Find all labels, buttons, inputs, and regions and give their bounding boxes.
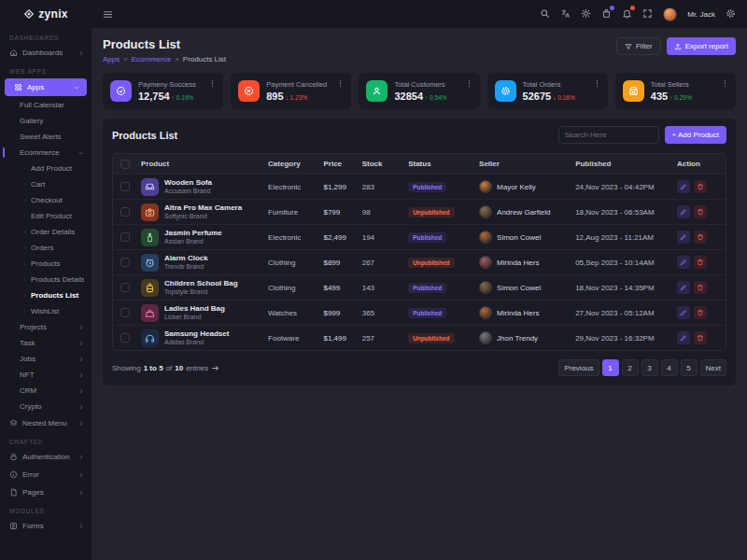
sidebar-item-jobs[interactable]: Jobs	[0, 351, 92, 367]
sidebar-item-products[interactable]: ○Products	[0, 256, 92, 272]
edit-button[interactable]	[677, 231, 690, 244]
sidebar-item-crypto[interactable]: Crypto	[0, 399, 92, 414]
showing-entries: Showing 1 to 5 of 10 entries	[112, 364, 219, 372]
product-brand: Softynic Brand	[164, 213, 242, 221]
delete-button[interactable]	[694, 281, 707, 294]
sidebar-item-cart[interactable]: ○Cart	[0, 176, 92, 192]
sidebar-item-edit-product[interactable]: ○Edit Product	[0, 208, 92, 224]
pagination-next[interactable]: Next	[700, 359, 726, 376]
seller-name: Jhon Trendy	[497, 334, 538, 343]
seller-name: Simon Cowel	[497, 284, 541, 292]
sidebar-item-forms[interactable]: Forms	[0, 517, 92, 535]
column-header-seller: Seller	[475, 160, 571, 168]
edit-button[interactable]	[677, 331, 690, 344]
sidebar-item-products-list[interactable]: ○Products List	[0, 287, 92, 303]
brand-logo[interactable]: zynix	[0, 0, 92, 28]
fullscreen-icon[interactable]	[642, 8, 653, 21]
pagination-page-3[interactable]: 3	[641, 359, 658, 376]
sidebar-item-nested-menu[interactable]: Nested Menu	[0, 414, 92, 432]
sidebar-item-label: Add Product	[31, 164, 84, 173]
sun-icon[interactable]	[581, 8, 591, 21]
sidebar-item-apps[interactable]: Apps	[5, 78, 87, 96]
sidebar-item-crm[interactable]: CRM	[0, 383, 92, 399]
pagination-page-2[interactable]: 2	[622, 359, 639, 376]
cart-icon[interactable]	[601, 8, 612, 21]
delete-button[interactable]	[694, 180, 707, 193]
dots-vertical-icon[interactable]	[336, 79, 345, 90]
chevron-right-icon	[78, 372, 84, 378]
sidebar-item-order-details[interactable]: ○Order Details	[0, 224, 92, 240]
row-checkbox[interactable]	[120, 333, 130, 343]
stat-delta: ↓ 0.16%	[553, 94, 575, 101]
row-checkbox[interactable]	[120, 283, 130, 292]
row-checkbox[interactable]	[120, 258, 130, 267]
export-report-button[interactable]: Export report	[667, 37, 736, 55]
row-checkbox[interactable]	[120, 182, 130, 191]
home-icon	[9, 49, 18, 57]
search-icon[interactable]	[540, 8, 550, 21]
user-name[interactable]: Mr. Jack	[687, 10, 715, 19]
sidebar-item-full-calendar[interactable]: Full Calendar	[0, 97, 92, 113]
product-brand: Trends Brand	[164, 263, 208, 272]
edit-button[interactable]	[677, 281, 690, 294]
edit-button[interactable]	[677, 205, 690, 218]
add-product-button[interactable]: + Add Product	[665, 126, 726, 144]
chevron-right-icon	[78, 490, 84, 496]
row-checkbox[interactable]	[120, 308, 130, 317]
add-product-label: + Add Product	[672, 131, 719, 139]
breadcrumb-item-ecommerce[interactable]: Ecommerce	[132, 55, 172, 63]
sidebar-item-nft[interactable]: NFT	[0, 367, 92, 383]
sidebar-item-products-details[interactable]: ○Products Details	[0, 272, 92, 287]
sidebar-item-label: Pages	[22, 488, 74, 497]
sidebar-item-sweet-alerts[interactable]: Sweet Alerts	[0, 129, 92, 145]
column-header-price: Price	[319, 160, 358, 168]
sidebar-item-label: Jobs	[20, 355, 74, 363]
sidebar-item-ecommerce[interactable]: Ecommerce	[0, 145, 92, 161]
gear-icon[interactable]	[726, 8, 736, 21]
hamburger-menu-icon[interactable]	[103, 9, 113, 20]
dots-vertical-icon[interactable]	[208, 79, 217, 90]
edit-button[interactable]	[677, 306, 690, 319]
delete-button[interactable]	[694, 205, 707, 218]
edit-button[interactable]	[677, 256, 690, 269]
delete-button[interactable]	[694, 331, 707, 344]
language-icon[interactable]	[560, 8, 571, 21]
pagination-page-4[interactable]: 4	[661, 359, 678, 376]
sidebar-item-projects[interactable]: Projects	[0, 319, 92, 335]
sidebar-item-checkout[interactable]: ○Checkout	[0, 192, 92, 208]
bell-icon[interactable]	[622, 8, 632, 21]
pagination-page-1[interactable]: 1	[602, 359, 619, 376]
product-name: Children School Bag	[164, 279, 238, 288]
dots-vertical-icon[interactable]	[593, 79, 601, 90]
pagination-page-5[interactable]: 5	[681, 359, 698, 376]
edit-button[interactable]	[677, 180, 690, 193]
sidebar-item-error[interactable]: Error	[0, 466, 92, 483]
sidebar-item-wishlist[interactable]: ○WishList	[0, 303, 92, 319]
search-input[interactable]	[558, 126, 659, 144]
delete-button[interactable]	[694, 231, 707, 244]
product-category: Furniture	[264, 208, 319, 217]
delete-button[interactable]	[694, 306, 707, 319]
row-checkbox[interactable]	[120, 207, 130, 217]
filter-button[interactable]: Filter	[616, 37, 661, 55]
sidebar-item-authentication[interactable]: Authentication	[0, 448, 92, 466]
arrow-right-icon	[211, 364, 219, 372]
sidebar-item-task[interactable]: Task	[0, 335, 92, 351]
pagination: Previous12345Next	[558, 359, 726, 376]
breadcrumb-item-apps[interactable]: Apps	[103, 55, 120, 63]
stat-value: 32854↑ 0.54%	[394, 91, 446, 102]
sidebar-item-gallery[interactable]: Gallery	[0, 113, 92, 129]
sidebar-item-dashboards[interactable]: Dashboards	[0, 44, 92, 62]
pagination-previous[interactable]: Previous	[558, 359, 599, 376]
dots-vertical-icon[interactable]	[721, 79, 729, 90]
dots-vertical-icon[interactable]	[465, 79, 473, 90]
select-all-checkbox[interactable]	[120, 160, 130, 169]
sidebar-item-pages[interactable]: Pages	[0, 483, 92, 501]
sidebar-item-add-product[interactable]: ○Add Product	[0, 161, 92, 176]
user-avatar[interactable]	[663, 7, 677, 21]
row-checkbox[interactable]	[120, 232, 130, 242]
sidebar-item-label: Edit Product	[31, 212, 84, 220]
sidebar-item-orders[interactable]: ○Orders	[0, 240, 92, 256]
delete-button[interactable]	[694, 256, 707, 269]
product-name: Wooden Sofa	[164, 178, 212, 188]
